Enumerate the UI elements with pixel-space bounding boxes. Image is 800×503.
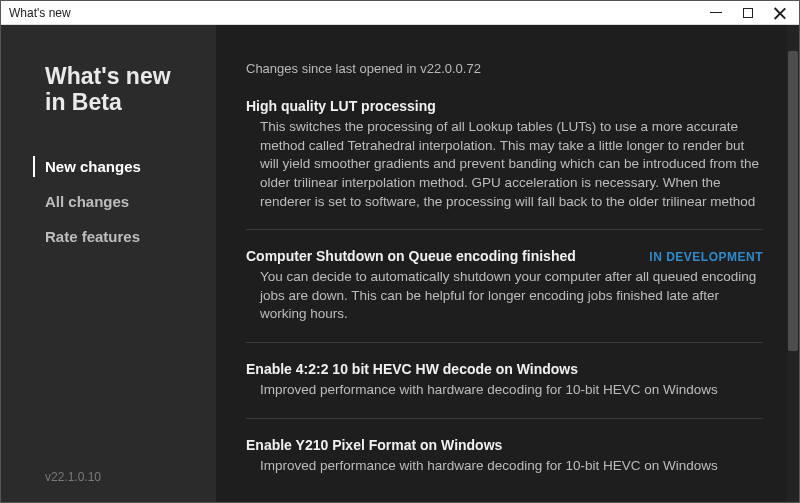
- feature-title: Enable Y210 Pixel Format on Windows: [246, 437, 502, 453]
- status-badge: IN DEVELOPMENT: [649, 250, 763, 264]
- feature-description: This switches the processing of all Look…: [246, 114, 763, 211]
- sidebar-item-rate-features[interactable]: Rate features: [33, 226, 216, 247]
- maximize-button[interactable]: [741, 6, 755, 20]
- feature-item: Computer Shutdown on Queue encoding fini…: [246, 248, 763, 324]
- feature-item: Enable Y210 Pixel Format on Windows Impr…: [246, 437, 763, 476]
- changes-since-text: Changes since last opened in v22.0.0.72: [246, 61, 763, 76]
- feature-title: High quality LUT processing: [246, 98, 436, 114]
- scroll-area[interactable]: Changes since last opened in v22.0.0.72 …: [216, 25, 787, 502]
- feature-item: Enable 4:2:2 10 bit HEVC HW decode on Wi…: [246, 361, 763, 400]
- feature-description: Improved performance with hardware decod…: [246, 377, 763, 400]
- minimize-icon: [710, 12, 722, 14]
- close-button[interactable]: [773, 6, 787, 20]
- sidebar: What's newin Beta New changes All change…: [1, 25, 216, 502]
- feature-title: Enable 4:2:2 10 bit HEVC HW decode on Wi…: [246, 361, 578, 377]
- window-controls: [709, 6, 799, 20]
- sidebar-nav: New changes All changes Rate features: [1, 156, 216, 247]
- window-root: What's new What's newin Beta New changes…: [0, 0, 800, 503]
- divider: [246, 418, 763, 419]
- sidebar-item-all-changes[interactable]: All changes: [33, 191, 216, 212]
- feature-title: Computer Shutdown on Queue encoding fini…: [246, 248, 576, 264]
- version-label: v22.1.0.10: [1, 452, 216, 502]
- client-area: What's newin Beta New changes All change…: [1, 25, 799, 502]
- divider: [246, 342, 763, 343]
- page-title: What's newin Beta: [1, 63, 216, 116]
- close-icon: [774, 7, 786, 19]
- titlebar: What's new: [1, 1, 799, 25]
- maximize-icon: [743, 8, 753, 18]
- feature-description: Improved performance with hardware decod…: [246, 453, 763, 476]
- sidebar-item-label: All changes: [45, 193, 129, 210]
- scrollbar-thumb[interactable]: [788, 51, 798, 351]
- feature-description: You can decide to automatically shutdown…: [246, 264, 763, 324]
- window-title: What's new: [1, 6, 71, 20]
- feature-item: High quality LUT processing This switche…: [246, 98, 763, 211]
- vertical-scrollbar[interactable]: [787, 25, 799, 502]
- content-area: Changes since last opened in v22.0.0.72 …: [216, 25, 799, 502]
- divider: [246, 229, 763, 230]
- minimize-button[interactable]: [709, 6, 723, 20]
- sidebar-item-label: New changes: [45, 158, 141, 175]
- sidebar-item-new-changes[interactable]: New changes: [33, 156, 216, 177]
- sidebar-item-label: Rate features: [45, 228, 140, 245]
